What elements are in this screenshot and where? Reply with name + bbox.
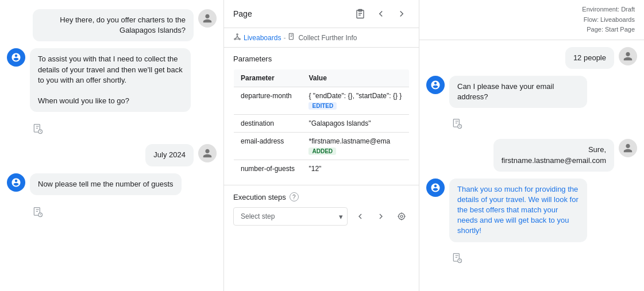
param-value: "12" [302, 160, 409, 178]
param-name: destination [234, 115, 302, 133]
right-panel: Environment: Draft Flow: Liveaboards Pag… [419, 0, 644, 291]
env-label: Environment: Draft [429, 5, 635, 15]
page-icon [288, 33, 296, 42]
execution-section: Execution steps ? Select step ▾ [224, 185, 419, 232]
table-row: departure-month{ "endDate": {}, "startDa… [234, 87, 410, 115]
avatar-bot-1 [7, 48, 25, 67]
right-avatar-user-1 [619, 47, 637, 65]
col-param-header: Parameter [234, 69, 302, 87]
step-select[interactable]: Select step [233, 207, 348, 226]
svg-point-7 [234, 38, 236, 40]
avatar-user-1 [198, 9, 217, 28]
svg-point-11 [400, 215, 403, 218]
execution-label: Execution steps [233, 193, 286, 201]
breadcrumb-flow[interactable]: Liveaboards [244, 34, 281, 42]
right-row-user-1: 12 people [426, 47, 637, 69]
bubble-user-2: July 2024 [145, 144, 194, 166]
bubble-bot-2: Now please tell me the number of guests [30, 173, 182, 195]
param-name: email-address [234, 133, 302, 160]
middle-panel: Page Liveaboards - Collect Further Info … [224, 0, 419, 291]
right-row-bot-1: Can I please have your email address? [426, 76, 637, 108]
table-row: number-of-guests"12" [234, 160, 410, 178]
flow-icon [233, 33, 241, 42]
clipboard-icon[interactable] [352, 6, 368, 22]
param-value: *firstname.lastname@emaADDED [302, 133, 409, 160]
left-chat-panel: Hey there, do you offer charters to the … [0, 0, 224, 291]
avatar-bot-2 [7, 173, 25, 192]
right-avatar-bot-2 [426, 179, 445, 197]
right-avatar-user-2 [619, 139, 637, 157]
right-bubble-bot-1: Can I please have your email address? [449, 76, 587, 108]
step-forward-btn[interactable] [373, 208, 389, 224]
bubble-bot-1: To assist you with that I need to collec… [30, 48, 191, 112]
svg-point-10 [399, 214, 405, 220]
step-back-btn[interactable] [352, 208, 368, 224]
step-selector: Select step ▾ [233, 207, 410, 226]
chat-row-bot-2: Now please tell me the number of guests [7, 173, 217, 195]
param-badge: EDITED [308, 102, 337, 110]
page-label: Page: Start Page [429, 25, 635, 35]
doc-icon-2 [30, 204, 46, 220]
params-section: Parameters Parameter Value departure-mon… [224, 48, 419, 185]
execution-title: Execution steps ? [233, 192, 410, 201]
env-bar: Environment: Draft Flow: Liveaboards Pag… [419, 0, 644, 40]
right-bubble-bot-2: Thank you so much for providing the deta… [449, 179, 587, 242]
param-badge: ADDED [308, 148, 336, 155]
chat-row-user-2: July 2024 [7, 144, 217, 166]
chat-row-user-1: Hey there, do you offer charters to the … [7, 9, 217, 41]
page-title: Page [233, 9, 252, 18]
col-value-header: Value [302, 69, 409, 87]
step-select-wrap: Select step ▾ [233, 207, 348, 226]
params-title: Parameters [233, 55, 410, 63]
breadcrumb-page: Collect Further Info [298, 34, 357, 42]
param-value: { "endDate": {}, "startDate": {} }EDITED [302, 87, 409, 115]
step-target-btn[interactable] [394, 208, 410, 224]
chevron-left-icon[interactable] [373, 6, 389, 22]
right-bubble-user-1: 12 people [565, 47, 614, 69]
breadcrumb: Liveaboards - Collect Further Info [224, 28, 419, 48]
right-avatar-bot-1 [426, 76, 445, 94]
svg-point-8 [239, 38, 240, 40]
svg-point-6 [237, 34, 238, 35]
doc-icon-1 [30, 121, 46, 137]
middle-header: Page [224, 0, 419, 28]
param-name: number-of-guests [234, 160, 302, 178]
params-table: Parameter Value departure-month{ "endDat… [233, 69, 410, 178]
right-bubble-user-2: Sure,firstname.lastname@email.com [493, 139, 614, 171]
table-row: destination"Galapagos Islands" [234, 115, 410, 133]
right-row-bot-2: Thank you so much for providing the deta… [426, 179, 637, 242]
avatar-user-2 [198, 144, 217, 162]
right-row-user-2: Sure,firstname.lastname@email.com [426, 139, 637, 171]
bubble-user-1: Hey there, do you offer charters to the … [33, 9, 194, 41]
right-doc-icon-1 [449, 116, 465, 132]
right-chat: 12 people Can I please have your email a… [419, 40, 644, 291]
chat-row-bot-1: To assist you with that I need to collec… [7, 48, 217, 112]
param-name: departure-month [234, 87, 302, 115]
table-row: email-address*firstname.lastname@emaADDE… [234, 133, 410, 160]
chevron-right-icon[interactable] [394, 6, 410, 22]
right-doc-icon-2 [449, 250, 465, 266]
param-value: "Galapagos Islands" [302, 115, 409, 133]
flow-label: Flow: Liveaboards [429, 15, 635, 25]
header-icons [352, 6, 410, 22]
help-icon[interactable]: ? [290, 192, 299, 201]
